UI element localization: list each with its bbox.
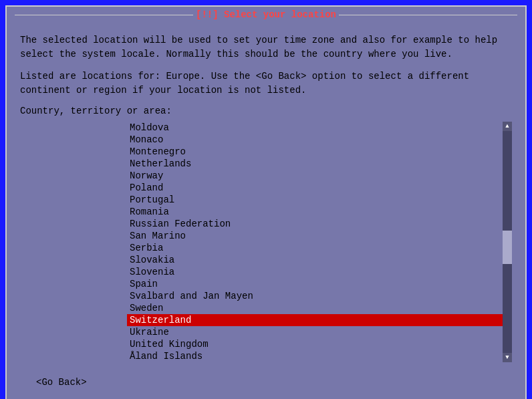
list-item[interactable]: Slovakia — [127, 254, 503, 266]
content-area: The selected location will be used to se… — [7, 23, 525, 399]
list-item[interactable]: Portugal — [127, 194, 503, 206]
list-item[interactable]: Sweden — [127, 302, 503, 314]
list-item[interactable]: Russian Federation — [127, 218, 503, 230]
scroll-thumb[interactable] — [503, 231, 512, 264]
list-item[interactable]: Poland — [127, 182, 503, 194]
go-back-button[interactable]: <Go Back> — [33, 376, 90, 389]
buttons-area: <Go Back> — [20, 376, 512, 389]
country-list[interactable]: MoldovaMonacoMontenegroNetherlandsNorway… — [127, 122, 503, 362]
scrollbar[interactable]: ▲ ▼ — [503, 122, 512, 362]
list-item[interactable]: Romania — [127, 206, 503, 218]
list-item[interactable]: Netherlands — [127, 158, 503, 170]
list-item[interactable]: Monaco — [127, 134, 503, 146]
list-item[interactable]: Moldova — [127, 122, 503, 134]
title-line-right — [339, 15, 517, 15]
country-label: Country, territory or area: — [20, 106, 512, 116]
list-item[interactable]: Serbia — [127, 242, 503, 254]
list-item[interactable]: Switzerland — [127, 314, 503, 326]
scroll-down-button[interactable]: ▼ — [503, 353, 512, 362]
list-item[interactable]: Montenegro — [127, 146, 503, 158]
title-line-left — [15, 15, 193, 15]
scroll-track[interactable] — [503, 131, 512, 353]
list-item[interactable]: San Marino — [127, 230, 503, 242]
list-item[interactable]: Slovenia — [127, 266, 503, 278]
list-item[interactable]: Åland Islands — [127, 350, 503, 362]
scroll-up-button[interactable]: ▲ — [503, 122, 512, 131]
description-text: The selected location will be used to se… — [20, 33, 512, 61]
listed-text: Listed are locations for: Europe. Use th… — [20, 70, 512, 98]
list-item[interactable]: Svalbard and Jan Mayen — [127, 290, 503, 302]
dialog-box: [!!] Select your location The selected l… — [5, 5, 527, 399]
title-bar: [!!] Select your location — [7, 7, 525, 23]
list-item[interactable]: Spain — [127, 278, 503, 290]
list-item[interactable]: United Kingdom — [127, 338, 503, 350]
dialog-title: [!!] Select your location — [196, 9, 336, 20]
country-list-container: MoldovaMonacoMontenegroNetherlandsNorway… — [127, 122, 512, 362]
list-item[interactable]: Norway — [127, 170, 503, 182]
list-item[interactable]: Ukraine — [127, 326, 503, 338]
